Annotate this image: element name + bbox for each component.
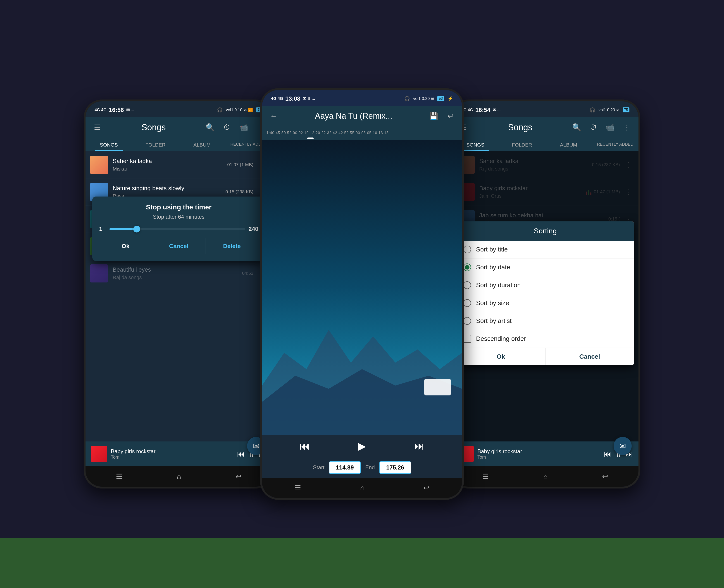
nav-back-icon-center[interactable]: ↩ <box>423 484 430 492</box>
play-btn-center[interactable]: ▶ <box>358 440 366 452</box>
left-phone: 4G 4G 16:56 ✉ ... 🎧 vol1 0.10 ≋ 📶 74 ☰ S… <box>84 100 274 488</box>
song-info-4: Beautifull eyes Raj da songs <box>113 266 242 280</box>
start-label: Start <box>313 464 325 470</box>
sort-title-label: Sort by title <box>476 246 508 253</box>
song-thumb-0 <box>90 156 108 174</box>
song-meta-0-left: 01:07 (1 MB) <box>227 162 253 167</box>
nav-home-icon-left[interactable]: ☰ <box>116 472 122 481</box>
nav-home-icon-right[interactable]: ⌂ <box>543 472 547 481</box>
song-info-0: Saher ka ladka Miskai <box>113 158 227 172</box>
slider-fill <box>109 228 137 230</box>
timer-title: Stop using the timer <box>99 203 258 211</box>
timer-icon-right[interactable]: ⏱ <box>587 121 600 133</box>
back-btn-center[interactable]: ← <box>267 110 280 122</box>
bottom-player-right: Baby girls rockstar Tom ⏮ ⏸ ⏭ <box>452 441 639 466</box>
timeline-bar: 1:40 45 50 52 00 02 10 12 20 22 32 42 42… <box>262 126 462 140</box>
timer-delete-button[interactable]: Delete <box>205 238 258 254</box>
status-right-left: 4G 4G 16:54 ✉ ... <box>461 106 501 113</box>
status-right: 🎧 vol1 0.10 ≋ 📶 74 <box>217 107 263 113</box>
sort-date-label: Sort by date <box>476 264 510 271</box>
sorting-dialog: Sorting Sort by title Sort by date Sort … <box>457 222 634 365</box>
nav-back-icon-left[interactable]: ⌂ <box>177 472 181 481</box>
status-bar-center: 4G 4G 13:08 ✉ ⬇ ... 🎧 vol1 0.20 ≋ 53 ⚡ <box>262 90 462 106</box>
sorting-buttons: Ok Cancel <box>457 348 634 365</box>
slider-thumb[interactable] <box>133 226 140 232</box>
phone-container: 4G 4G 16:56 ✉ ... 🎧 vol1 0.10 ≋ 📶 74 ☰ S… <box>84 88 640 500</box>
waveform-container[interactable]: // Generate waveform bars var bars = '';… <box>262 140 462 435</box>
tab-album-left[interactable]: ALBUM <box>179 138 225 151</box>
wifi-icon-center: vol1 0.20 ≋ <box>413 96 434 101</box>
song-item-0-left[interactable]: Saher ka ladka Miskai 01:07 (1 MB) ⋮ <box>85 151 272 178</box>
timer-cancel-button[interactable]: Cancel <box>152 238 205 254</box>
nav-menu-icon-center[interactable]: ☰ <box>294 484 301 492</box>
slider-track[interactable] <box>109 228 245 230</box>
sort-title-radio[interactable] <box>463 246 471 253</box>
menu-icon[interactable]: ☰ <box>91 121 103 133</box>
player-controls-bar-center: ⏮ ▶ ⏭ <box>262 435 462 457</box>
song-title-4-left: Beautifull eyes <box>113 266 242 273</box>
more-icon-right[interactable]: ⋮ <box>621 121 633 133</box>
timer-ok-button[interactable]: Ok <box>99 238 152 254</box>
player-artist-right: Tom <box>477 455 600 460</box>
headphone-icon-center: 🎧 <box>404 96 410 101</box>
nav-recent-icon-left[interactable]: ↩ <box>235 472 242 481</box>
tab-recently-right[interactable]: RECENTLY ADDED <box>592 138 639 151</box>
bottom-player-left: Baby girls rockstar Tom ⏮ ⏸ ⏭ <box>85 441 272 466</box>
sort-cancel-button[interactable]: Cancel <box>545 348 634 365</box>
sort-artist-label: Sort by artist <box>476 317 512 324</box>
sort-artist-radio[interactable] <box>463 317 471 325</box>
sort-ok-button[interactable]: Ok <box>457 348 545 365</box>
battery-right: 75 <box>623 107 629 112</box>
time-left: 16:56 <box>109 106 124 113</box>
video-icon[interactable]: 📹 <box>237 121 250 133</box>
song-item-4-left[interactable]: Beautifull eyes Raj da songs 04:53 ⋮ <box>85 260 272 287</box>
status-right-right: 🎧 vol1 0.20 ≋ 75 <box>589 107 629 113</box>
end-input[interactable]: 175.26 <box>379 461 411 474</box>
time-right: 16:54 <box>475 106 491 113</box>
sort-by-date-option[interactable]: Sort by date <box>457 258 634 276</box>
start-input[interactable]: 114.89 <box>329 461 360 474</box>
next-btn-center[interactable]: ⏭ <box>414 440 425 452</box>
sort-by-duration-option[interactable]: Sort by duration <box>457 276 634 294</box>
prev-btn-center[interactable]: ⏮ <box>299 440 310 452</box>
sort-by-title-option[interactable]: Sort by title <box>457 240 634 258</box>
nav-back-icon-right[interactable]: ↩ <box>602 472 608 481</box>
search-icon[interactable]: 🔍 <box>204 121 216 133</box>
prev-btn-right[interactable]: ⏮ <box>604 449 611 458</box>
right-phone: 4G 4G 16:54 ✉ ... 🎧 vol1 0.20 ≋ 75 ☰ Son… <box>450 100 640 488</box>
sort-duration-label: Sort by duration <box>476 281 521 289</box>
sort-by-size-option[interactable]: Sort by size <box>457 294 634 312</box>
svg-rect-2 <box>424 379 451 395</box>
waveform-app-bar: ← Aaya Na Tu (Remix... 💾 ↩ <box>262 106 462 126</box>
tab-folder-right[interactable]: FOLDER <box>499 138 545 151</box>
search-icon-right[interactable]: 🔍 <box>571 121 583 133</box>
sort-duration-radio[interactable] <box>463 281 471 289</box>
song-title-1-left: Nature singing beats slowly <box>113 185 226 192</box>
nav-menu-icon-right[interactable]: ☰ <box>482 472 489 481</box>
wifi-icon: vol1 0.10 ≋ 📶 <box>226 107 253 112</box>
timeline-marker <box>307 138 314 139</box>
video-icon-right[interactable]: 📹 <box>604 121 616 133</box>
tab-folder-left[interactable]: FOLDER <box>132 138 179 151</box>
timer-icon[interactable]: ⏱ <box>221 121 233 133</box>
nav-home-icon-center[interactable]: ⌂ <box>360 484 364 492</box>
sort-by-artist-option[interactable]: Sort by artist <box>457 312 634 330</box>
start-end-row: Start 114.89 End 175.26 <box>262 457 462 478</box>
song-meta-4-left: 04:53 <box>242 271 253 276</box>
player-info-right: Baby girls rockstar Tom <box>477 448 600 460</box>
descending-checkbox[interactable] <box>463 335 471 343</box>
tab-album-right[interactable]: ALBUM <box>545 138 592 151</box>
share-btn-center[interactable]: ↩ <box>444 110 457 122</box>
tab-songs-left[interactable]: SONGS <box>85 138 132 151</box>
sort-size-radio[interactable] <box>463 299 471 307</box>
status-center-left: 4G 4G 13:08 ✉ ⬇ ... <box>271 95 315 102</box>
song-artist-0-left: Miskai <box>113 166 227 172</box>
descending-option[interactable]: Descending order <box>457 330 634 348</box>
nav-bar-right: ☰ ⌂ ↩ <box>452 466 639 487</box>
sort-date-radio[interactable] <box>463 264 471 271</box>
save-btn-center[interactable]: 💾 <box>428 110 440 122</box>
fab-mail-right[interactable]: ✉ <box>614 437 632 455</box>
prev-btn-left[interactable]: ⏮ <box>237 449 245 458</box>
signal-icon-center: 4G 4G <box>271 96 283 101</box>
headphone-icon: 🎧 <box>217 107 223 113</box>
